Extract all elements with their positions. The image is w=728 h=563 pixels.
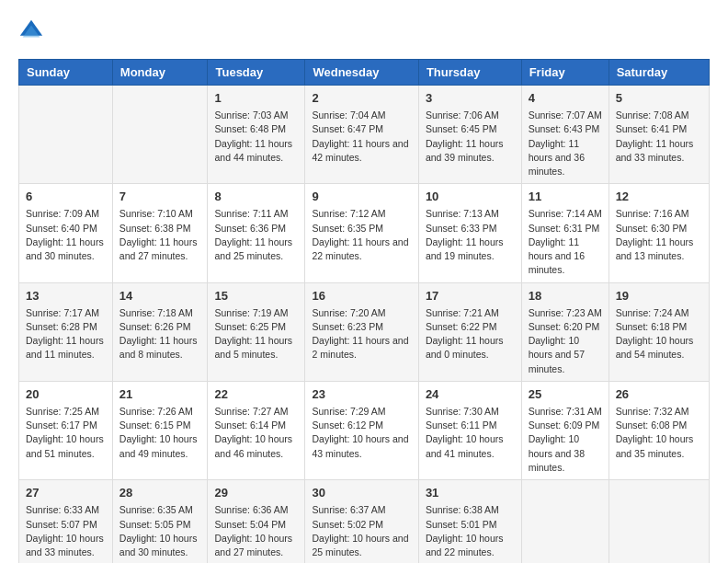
day-info: Sunrise: 7:08 AM Sunset: 6:41 PM Dayligh… <box>616 109 702 165</box>
day-number: 28 <box>119 485 201 501</box>
day-info: Sunrise: 7:10 AM Sunset: 6:38 PM Dayligh… <box>119 207 201 263</box>
day-info: Sunrise: 7:25 AM Sunset: 6:17 PM Dayligh… <box>26 405 106 461</box>
day-info: Sunrise: 7:16 AM Sunset: 6:30 PM Dayligh… <box>616 207 702 263</box>
calendar-day-cell: 22Sunrise: 7:27 AM Sunset: 6:14 PM Dayli… <box>208 381 305 479</box>
calendar-day-cell: 12Sunrise: 7:16 AM Sunset: 6:30 PM Dayli… <box>609 184 709 282</box>
day-info: Sunrise: 7:11 AM Sunset: 6:36 PM Dayligh… <box>214 207 298 263</box>
day-number: 18 <box>529 288 602 304</box>
day-number: 7 <box>119 189 201 205</box>
day-number: 26 <box>616 386 702 403</box>
day-number: 31 <box>426 485 515 501</box>
day-number: 10 <box>426 189 515 205</box>
day-info: Sunrise: 7:17 AM Sunset: 6:28 PM Dayligh… <box>26 306 106 362</box>
day-number: 16 <box>312 288 411 304</box>
calendar-week-row: 1Sunrise: 7:03 AM Sunset: 6:48 PM Daylig… <box>19 86 710 184</box>
calendar-day-cell <box>609 480 709 563</box>
day-number: 24 <box>426 386 515 403</box>
calendar-day-cell: 26Sunrise: 7:32 AM Sunset: 6:08 PM Dayli… <box>609 381 709 479</box>
day-info: Sunrise: 7:23 AM Sunset: 6:20 PM Dayligh… <box>529 306 602 376</box>
calendar-day-cell: 31Sunrise: 6:38 AM Sunset: 5:01 PM Dayli… <box>418 480 521 563</box>
calendar-day-cell: 17Sunrise: 7:21 AM Sunset: 6:22 PM Dayli… <box>418 282 521 381</box>
day-info: Sunrise: 7:30 AM Sunset: 6:11 PM Dayligh… <box>426 405 515 461</box>
day-info: Sunrise: 7:24 AM Sunset: 6:18 PM Dayligh… <box>616 306 702 362</box>
day-info: Sunrise: 7:13 AM Sunset: 6:33 PM Dayligh… <box>426 207 515 263</box>
day-number: 27 <box>26 485 106 501</box>
day-number: 20 <box>26 386 106 403</box>
day-number: 11 <box>529 189 602 205</box>
day-info: Sunrise: 7:21 AM Sunset: 6:22 PM Dayligh… <box>426 306 515 362</box>
day-number: 5 <box>616 90 702 107</box>
calendar-week-row: 6Sunrise: 7:09 AM Sunset: 6:40 PM Daylig… <box>19 184 710 282</box>
calendar-day-cell: 4Sunrise: 7:07 AM Sunset: 6:43 PM Daylig… <box>521 86 609 184</box>
day-number: 2 <box>312 90 411 107</box>
calendar-day-cell: 1Sunrise: 7:03 AM Sunset: 6:48 PM Daylig… <box>208 86 305 184</box>
day-info: Sunrise: 6:35 AM Sunset: 5:05 PM Dayligh… <box>119 503 201 559</box>
day-info: Sunrise: 7:14 AM Sunset: 6:31 PM Dayligh… <box>529 207 602 277</box>
day-number: 4 <box>529 90 602 107</box>
day-info: Sunrise: 6:37 AM Sunset: 5:02 PM Dayligh… <box>312 503 411 559</box>
calendar-weekday-header: Saturday <box>609 60 709 86</box>
day-info: Sunrise: 7:03 AM Sunset: 6:48 PM Dayligh… <box>214 109 298 165</box>
calendar-day-cell: 19Sunrise: 7:24 AM Sunset: 6:18 PM Dayli… <box>609 282 709 381</box>
day-number: 21 <box>119 386 201 403</box>
calendar-day-cell <box>112 86 208 184</box>
calendar-day-cell: 2Sunrise: 7:04 AM Sunset: 6:47 PM Daylig… <box>305 86 418 184</box>
calendar-day-cell: 13Sunrise: 7:17 AM Sunset: 6:28 PM Dayli… <box>19 282 113 381</box>
day-number: 30 <box>312 485 411 501</box>
day-number: 3 <box>426 90 515 107</box>
logo <box>18 18 48 44</box>
day-number: 22 <box>214 386 298 403</box>
day-number: 12 <box>616 189 702 205</box>
calendar-day-cell: 24Sunrise: 7:30 AM Sunset: 6:11 PM Dayli… <box>418 381 521 479</box>
day-number: 13 <box>26 288 106 304</box>
day-info: Sunrise: 6:38 AM Sunset: 5:01 PM Dayligh… <box>426 503 515 559</box>
day-info: Sunrise: 7:09 AM Sunset: 6:40 PM Dayligh… <box>26 207 106 263</box>
calendar-week-row: 20Sunrise: 7:25 AM Sunset: 6:17 PM Dayli… <box>19 381 710 479</box>
day-info: Sunrise: 7:12 AM Sunset: 6:35 PM Dayligh… <box>312 207 411 263</box>
calendar-day-cell: 6Sunrise: 7:09 AM Sunset: 6:40 PM Daylig… <box>19 184 113 282</box>
calendar-day-cell: 8Sunrise: 7:11 AM Sunset: 6:36 PM Daylig… <box>208 184 305 282</box>
day-info: Sunrise: 7:19 AM Sunset: 6:25 PM Dayligh… <box>214 306 298 362</box>
calendar-table: SundayMondayTuesdayWednesdayThursdayFrid… <box>18 59 710 563</box>
day-info: Sunrise: 7:26 AM Sunset: 6:15 PM Dayligh… <box>119 405 201 461</box>
day-info: Sunrise: 7:04 AM Sunset: 6:47 PM Dayligh… <box>312 109 411 165</box>
day-number: 6 <box>26 189 106 205</box>
page-header <box>18 18 710 44</box>
calendar-day-cell: 29Sunrise: 6:36 AM Sunset: 5:04 PM Dayli… <box>208 480 305 563</box>
calendar-day-cell: 16Sunrise: 7:20 AM Sunset: 6:23 PM Dayli… <box>305 282 418 381</box>
calendar-day-cell: 30Sunrise: 6:37 AM Sunset: 5:02 PM Dayli… <box>305 480 418 563</box>
day-number: 8 <box>214 189 298 205</box>
day-info: Sunrise: 7:20 AM Sunset: 6:23 PM Dayligh… <box>312 306 411 362</box>
calendar-weekday-header: Thursday <box>418 60 521 86</box>
day-number: 9 <box>312 189 411 205</box>
day-number: 23 <box>312 386 411 403</box>
calendar-week-row: 13Sunrise: 7:17 AM Sunset: 6:28 PM Dayli… <box>19 282 710 381</box>
calendar-day-cell: 18Sunrise: 7:23 AM Sunset: 6:20 PM Dayli… <box>521 282 609 381</box>
calendar-weekday-header: Monday <box>112 60 208 86</box>
calendar-day-cell <box>521 480 609 563</box>
calendar-day-cell: 20Sunrise: 7:25 AM Sunset: 6:17 PM Dayli… <box>19 381 113 479</box>
day-info: Sunrise: 7:06 AM Sunset: 6:45 PM Dayligh… <box>426 109 515 165</box>
calendar-day-cell <box>19 86 113 184</box>
day-info: Sunrise: 7:27 AM Sunset: 6:14 PM Dayligh… <box>214 405 298 461</box>
calendar-day-cell: 25Sunrise: 7:31 AM Sunset: 6:09 PM Dayli… <box>521 381 609 479</box>
day-info: Sunrise: 7:31 AM Sunset: 6:09 PM Dayligh… <box>529 405 602 475</box>
calendar-day-cell: 27Sunrise: 6:33 AM Sunset: 5:07 PM Dayli… <box>19 480 113 563</box>
logo-icon <box>18 18 44 44</box>
calendar-day-cell: 15Sunrise: 7:19 AM Sunset: 6:25 PM Dayli… <box>208 282 305 381</box>
day-info: Sunrise: 7:18 AM Sunset: 6:26 PM Dayligh… <box>119 306 201 362</box>
day-info: Sunrise: 6:36 AM Sunset: 5:04 PM Dayligh… <box>214 503 298 559</box>
calendar-day-cell: 28Sunrise: 6:35 AM Sunset: 5:05 PM Dayli… <box>112 480 208 563</box>
calendar-day-cell: 21Sunrise: 7:26 AM Sunset: 6:15 PM Dayli… <box>112 381 208 479</box>
calendar-day-cell: 11Sunrise: 7:14 AM Sunset: 6:31 PM Dayli… <box>521 184 609 282</box>
day-number: 15 <box>214 288 298 304</box>
calendar-weekday-header: Tuesday <box>208 60 305 86</box>
day-number: 17 <box>426 288 515 304</box>
day-info: Sunrise: 7:32 AM Sunset: 6:08 PM Dayligh… <box>616 405 702 461</box>
calendar-day-cell: 10Sunrise: 7:13 AM Sunset: 6:33 PM Dayli… <box>418 184 521 282</box>
calendar-day-cell: 23Sunrise: 7:29 AM Sunset: 6:12 PM Dayli… <box>305 381 418 479</box>
calendar-day-cell: 14Sunrise: 7:18 AM Sunset: 6:26 PM Dayli… <box>112 282 208 381</box>
calendar-day-cell: 5Sunrise: 7:08 AM Sunset: 6:41 PM Daylig… <box>609 86 709 184</box>
calendar-weekday-header: Wednesday <box>305 60 418 86</box>
day-number: 29 <box>214 485 298 501</box>
